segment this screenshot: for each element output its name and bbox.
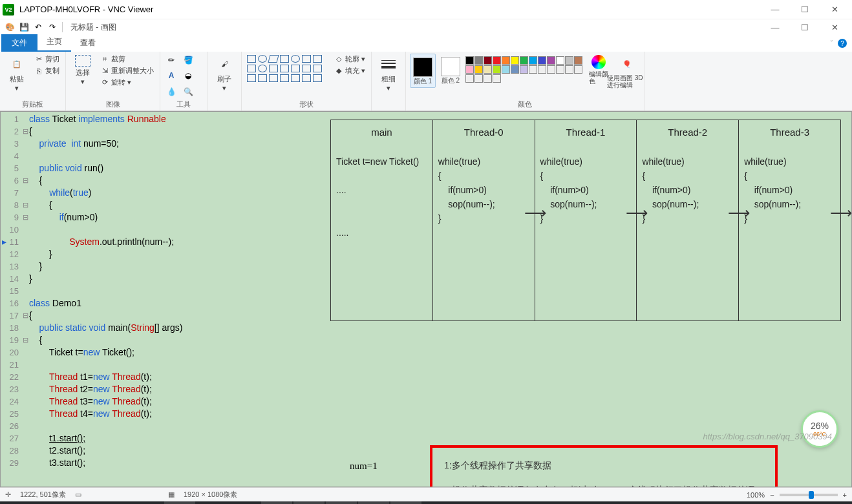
task-view-button[interactable]: ▭▯ bbox=[67, 501, 98, 504]
magnifier-tool[interactable]: 🔍 bbox=[182, 85, 195, 98]
undo-icon[interactable]: ↶ bbox=[32, 21, 45, 34]
rotate-button[interactable]: ⟳旋转 ▾ bbox=[98, 77, 156, 88]
brushes-button[interactable]: 🖌 刷子▾ bbox=[211, 54, 237, 92]
palette-swatch[interactable] bbox=[520, 65, 528, 74]
paint-maximize-button[interactable]: ☐ bbox=[790, 17, 820, 37]
zoom-in-button[interactable]: + bbox=[843, 491, 847, 499]
palette-swatch[interactable] bbox=[474, 56, 483, 65]
crop-icon: ⌗ bbox=[100, 55, 109, 64]
minimize-ribbon-icon[interactable]: ˇ bbox=[831, 40, 833, 47]
taskbar-app-vnc[interactable]: V2 bbox=[358, 501, 389, 504]
palette-swatch[interactable] bbox=[538, 65, 546, 74]
palette-swatch[interactable] bbox=[465, 74, 474, 83]
resize-button[interactable]: ⇲重新调整大小 bbox=[98, 65, 156, 76]
palette-swatch[interactable] bbox=[484, 65, 492, 74]
color-palette[interactable] bbox=[465, 54, 583, 83]
vnc-icon: V2 bbox=[3, 4, 14, 16]
ribbon: 📋 粘贴▾ ✂剪切 ⎘复制 剪贴板 选择▾ ⌗裁剪 ⇲重新调整大小 ⟳旋转 ▾ … bbox=[0, 52, 852, 111]
minimize-button[interactable]: — bbox=[760, 0, 790, 19]
cursor-position: 1222, 501像素 bbox=[20, 490, 66, 499]
fill-tool[interactable]: 🪣 bbox=[182, 54, 195, 67]
text-tool[interactable]: A bbox=[165, 69, 178, 82]
palette-swatch[interactable] bbox=[493, 56, 501, 65]
palette-swatch[interactable] bbox=[493, 74, 501, 83]
battery-widget[interactable]: 26% 66°C bbox=[801, 410, 838, 448]
taskbar-app-store[interactable]: 🛍 bbox=[197, 501, 228, 504]
palette-swatch[interactable] bbox=[538, 56, 546, 65]
crop-button[interactable]: ⌗裁剪 bbox=[98, 54, 156, 65]
taskbar-app-terminal[interactable]: ▪ bbox=[326, 501, 357, 504]
shape-fill-button[interactable]: ◆填充 ▾ bbox=[332, 65, 367, 76]
paint3d-button[interactable]: 🎈 使用画图 3D 进行编辑 bbox=[614, 54, 640, 89]
palette-swatch[interactable] bbox=[493, 65, 501, 74]
palette-swatch[interactable] bbox=[484, 56, 492, 65]
zoom-slider[interactable] bbox=[780, 494, 838, 496]
group-colors: 颜色 1 颜色 2 编辑颜色 🎈 使用画图 3D 进行编辑 颜色 bbox=[406, 52, 644, 110]
palette-swatch[interactable] bbox=[465, 56, 474, 65]
tab-view[interactable]: 查看 bbox=[71, 34, 105, 52]
taskbar-app-wallpaper[interactable]: 🌀 bbox=[100, 501, 131, 504]
tab-home[interactable]: 主页 bbox=[37, 33, 71, 52]
thickness-button[interactable]: 粗细▾ bbox=[376, 54, 401, 92]
tab-strip: 文件 主页 查看 ˇ ? bbox=[0, 35, 852, 52]
taskbar-app-edge[interactable]: e bbox=[132, 501, 163, 504]
resize-icon: ⇲ bbox=[100, 67, 109, 76]
vnc-title: LAPTOP-MH0LVOFR - VNC Viewer bbox=[19, 5, 760, 14]
shape-outline-button[interactable]: ◇轮廓 ▾ bbox=[332, 54, 367, 65]
group-brushes: 🖌 刷子▾ bbox=[208, 52, 242, 110]
cursor-position-icon: ✛ bbox=[5, 490, 11, 499]
taskbar-app-explorer[interactable]: 📁 bbox=[164, 501, 195, 504]
copy-button[interactable]: ⎘复制 bbox=[32, 65, 61, 76]
palette-swatch[interactable] bbox=[556, 56, 564, 65]
color1-button[interactable]: 颜色 1 bbox=[410, 54, 436, 88]
redo-icon[interactable]: ↷ bbox=[46, 21, 59, 34]
palette-swatch[interactable] bbox=[565, 56, 573, 65]
palette-swatch[interactable] bbox=[474, 65, 483, 74]
select-button[interactable]: 选择▾ bbox=[70, 54, 96, 86]
maximize-button[interactable]: ☐ bbox=[790, 0, 820, 19]
palette-swatch[interactable] bbox=[529, 56, 537, 65]
start-button[interactable]: ⊞ bbox=[3, 501, 34, 504]
shapes-gallery[interactable] bbox=[246, 54, 330, 83]
paste-button[interactable]: 📋 粘贴▾ bbox=[4, 54, 30, 92]
palette-swatch[interactable] bbox=[556, 65, 564, 74]
palette-swatch[interactable] bbox=[511, 56, 519, 65]
note-line1: 1:多个线程操作了共享数据 bbox=[444, 457, 763, 474]
paint-minimize-button[interactable]: — bbox=[760, 17, 790, 37]
tab-file[interactable]: 文件 bbox=[1, 34, 37, 52]
taskbar-app-paint[interactable]: 🎨 bbox=[390, 501, 421, 504]
cut-icon: ✂ bbox=[34, 55, 43, 64]
search-button[interactable]: ○ bbox=[35, 501, 66, 504]
paint-app-icon[interactable]: 🎨 bbox=[3, 21, 16, 34]
outline-icon: ◇ bbox=[334, 55, 343, 64]
taskbar-app-chrome[interactable]: ◉ bbox=[293, 501, 325, 504]
paint-close-button[interactable]: ✕ bbox=[820, 17, 849, 37]
zoom-out-button[interactable]: − bbox=[770, 491, 774, 499]
save-icon[interactable]: 💾 bbox=[17, 21, 30, 34]
eyedropper-tool[interactable]: 💧 bbox=[165, 85, 178, 98]
taskbar-app-notepad[interactable]: 📝 bbox=[261, 501, 292, 504]
palette-swatch[interactable] bbox=[511, 65, 519, 74]
eraser-tool[interactable]: ◒ bbox=[182, 69, 195, 82]
taskbar-app-ie[interactable]: e bbox=[229, 501, 260, 504]
palette-swatch[interactable] bbox=[484, 74, 492, 83]
color2-button[interactable]: 颜色 2 bbox=[438, 54, 463, 87]
palette-swatch[interactable] bbox=[529, 65, 537, 74]
close-button[interactable]: ✕ bbox=[820, 0, 849, 19]
help-icon[interactable]: ? bbox=[838, 39, 847, 48]
image-size: 1920 × 1080像素 bbox=[184, 490, 237, 499]
cut-button[interactable]: ✂剪切 bbox=[32, 54, 61, 65]
palette-swatch[interactable] bbox=[465, 65, 474, 74]
palette-swatch[interactable] bbox=[474, 74, 483, 83]
palette-swatch[interactable] bbox=[565, 65, 573, 74]
paint-canvas[interactable]: 1class Ticket implements Runnable2⊟{3 pr… bbox=[0, 111, 852, 487]
pencil-tool[interactable]: ✏ bbox=[165, 54, 178, 67]
palette-swatch[interactable] bbox=[547, 56, 555, 65]
palette-swatch[interactable] bbox=[574, 56, 582, 65]
palette-swatch[interactable] bbox=[502, 56, 510, 65]
palette-swatch[interactable] bbox=[502, 65, 510, 74]
palette-swatch[interactable] bbox=[574, 65, 582, 74]
edit-colors-icon bbox=[591, 55, 606, 69]
palette-swatch[interactable] bbox=[520, 56, 528, 65]
palette-swatch[interactable] bbox=[547, 65, 555, 74]
